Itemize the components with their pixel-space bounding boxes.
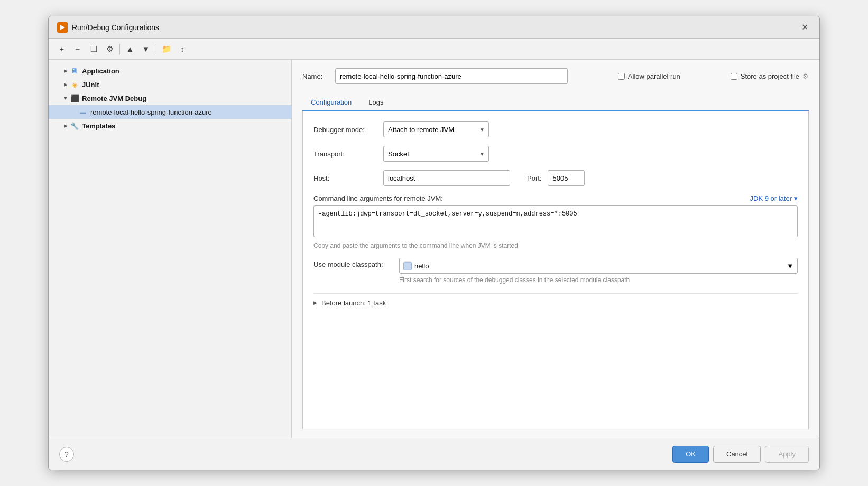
toolbar: + − ❏ ⚙ ▲ ▼ 📁 ↕ [49,39,819,60]
module-select[interactable]: hello [399,258,798,274]
tree-arrow-application: ▶ [61,67,70,75]
title-bar-left: ▶ Run/Debug Configurations [57,22,159,33]
add-button[interactable]: + [55,42,69,56]
sidebar: ▶ 🖥 Application ▶ ◈ JUnit ▼ ⬛ Remote JVM… [49,60,292,438]
bottom-right: OK Cancel Apply [672,446,809,463]
module-hint: First search for sources of the debugged… [399,276,798,285]
sidebar-label-templates: Templates [82,122,115,130]
title-bar: ▶ Run/Debug Configurations ✕ [49,16,819,39]
copy-button[interactable]: ❏ [87,42,100,56]
tree-arrow-junit: ▶ [61,80,70,89]
tree-arrow-remote-jvm: ▼ [61,94,70,102]
name-input[interactable] [335,68,568,84]
config-file-icon: ▬ [78,107,88,117]
module-select-wrap: hello ▼ First search for sources of the … [399,258,798,285]
cmdline-textarea[interactable] [313,205,798,237]
wrench-icon: 🔧 [70,121,79,130]
close-button[interactable]: ✕ [798,21,811,34]
sidebar-item-config[interactable]: ▬ remote-local-hello-spring-function-azu… [49,105,291,119]
before-launch-label: Before launch: 1 task [321,299,386,307]
ok-button[interactable]: OK [672,446,709,463]
store-project-label: Store as project file [741,72,799,80]
main-content: ▶ 🖥 Application ▶ ◈ JUnit ▼ ⬛ Remote JVM… [49,60,819,438]
folder-button[interactable]: 📁 [160,42,173,56]
debugger-mode-row: Debugger mode: Attach to remote JVM List… [313,121,798,137]
module-classpath-label: Use module classpath: [313,258,393,268]
store-project-checkbox[interactable] [731,73,737,80]
help-button[interactable]: ? [59,447,74,462]
sidebar-label-remote-jvm: Remote JVM Debug [82,95,146,102]
port-input[interactable] [548,170,585,186]
port-label: Port: [527,174,541,182]
name-label: Name: [302,72,329,80]
junit-icon: ◈ [70,80,79,89]
jdk-link-arrow-icon: ▾ [794,194,798,202]
bottom-left: ? [59,447,74,462]
host-input[interactable] [383,170,510,186]
tabs-row: Configuration Logs [302,95,809,111]
cmdline-label: Command line arguments for remote JVM: [313,194,443,202]
apply-button[interactable]: Apply [765,446,809,463]
bottom-bar: ? OK Cancel Apply [49,438,819,470]
cmdline-hint: Copy and paste the arguments to the comm… [313,242,798,249]
cancel-button[interactable]: Cancel [713,446,761,463]
debugger-mode-select[interactable]: Attach to remote JVM Listen to remote JV… [383,121,489,137]
remove-button[interactable]: − [71,42,85,56]
transport-select[interactable]: Socket Shared memory [383,146,489,162]
host-label: Host: [313,174,377,182]
app-folder-icon: 🖥 [70,66,79,76]
move-up-button[interactable]: ▲ [123,42,137,56]
tab-configuration[interactable]: Configuration [302,95,360,111]
sidebar-item-templates[interactable]: ▶ 🔧 Templates [49,119,291,133]
config-panel: Debugger mode: Attach to remote JVM List… [302,111,809,429]
right-panel: Name: Allow parallel run Store as projec… [292,60,819,438]
name-row: Name: Allow parallel run Store as projec… [302,68,809,84]
cmdline-section: Command line arguments for remote JVM: J… [313,194,798,249]
app-icon: ▶ [57,22,68,33]
dialog-title: Run/Debug Configurations [72,23,159,32]
sidebar-label-application: Application [82,67,119,75]
tree-arrow-config [70,108,78,116]
run-debug-dialog: ▶ Run/Debug Configurations ✕ + − ❏ ⚙ ▲ ▼… [48,16,820,470]
debugger-mode-label: Debugger mode: [313,126,377,134]
cmdline-header: Command line arguments for remote JVM: J… [313,194,798,202]
jvm-icon: ⬛ [70,94,79,103]
transport-select-wrap: Socket Shared memory ▼ [383,146,489,162]
sidebar-item-junit[interactable]: ▶ ◈ JUnit [49,78,291,91]
settings-button[interactable]: ⚙ [103,42,116,56]
toolbar-separator-2 [156,44,156,54]
before-launch-arrow-icon: ▶ [313,300,317,305]
module-select-container: hello ▼ [399,258,798,274]
store-project-group: Store as project file ⚙ [731,72,809,80]
tab-logs[interactable]: Logs [360,95,392,111]
allow-parallel-group: Allow parallel run [618,72,680,80]
allow-parallel-label: Allow parallel run [628,72,680,80]
toolbar-separator-1 [119,44,120,54]
transport-label: Transport: [313,150,377,158]
sidebar-item-application[interactable]: ▶ 🖥 Application [49,64,291,78]
gear-icon: ⚙ [802,72,809,80]
host-port-row: Host: Port: [313,170,798,186]
debugger-mode-select-wrap: Attach to remote JVM Listen to remote JV… [383,121,489,137]
tree-arrow-templates: ▶ [61,121,70,130]
module-classpath-row: Use module classpath: hello ▼ First sear… [313,258,798,285]
jdk-link[interactable]: JDK 9 or later ▾ [750,194,798,202]
sidebar-label-junit: JUnit [82,81,99,89]
jdk-link-text: JDK 9 or later [750,194,792,202]
sort-button[interactable]: ↕ [176,42,189,56]
sidebar-label-config: remote-local-hello-spring-function-azure [90,108,212,116]
before-launch-section[interactable]: ▶ Before launch: 1 task [313,293,798,312]
allow-parallel-checkbox[interactable] [618,73,625,80]
move-down-button[interactable]: ▼ [139,42,153,56]
sidebar-item-remote-jvm[interactable]: ▼ ⬛ Remote JVM Debug [49,91,291,105]
transport-row: Transport: Socket Shared memory ▼ [313,146,798,162]
